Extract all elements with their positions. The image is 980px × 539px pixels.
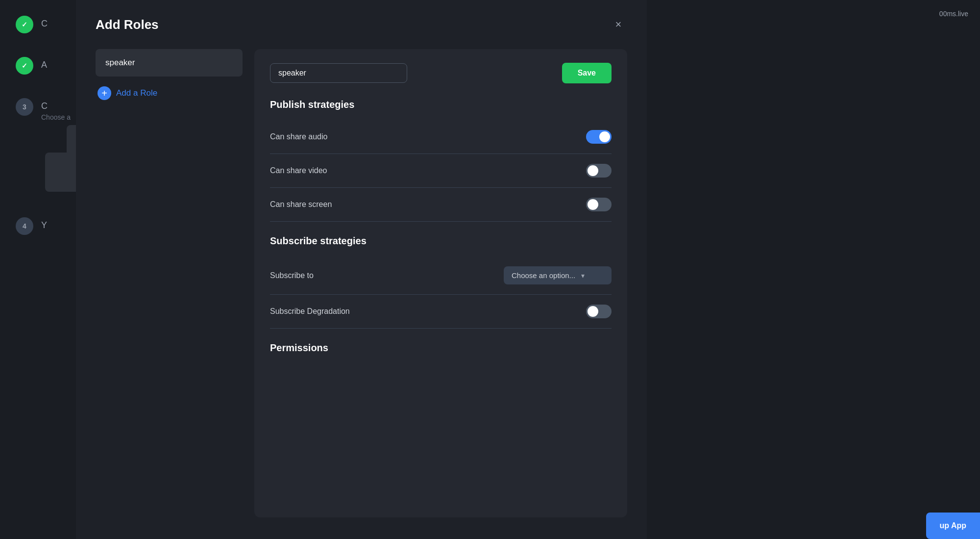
subscribe-strategies-title: Subscribe strategies xyxy=(270,235,612,247)
modal-close-button[interactable]: × xyxy=(610,16,627,33)
publish-strategies-section: Publish strategies Can share audio Can s… xyxy=(270,99,612,222)
modal-header: Add Roles × xyxy=(96,16,627,33)
subscribe-to-value: Choose an option... xyxy=(512,271,575,280)
subscribe-to-dropdown[interactable]: Choose an option... ▾ xyxy=(504,266,612,284)
role-name-input[interactable] xyxy=(270,63,407,83)
role-panel-header: Save xyxy=(270,63,612,83)
chevron-down-icon: ▾ xyxy=(581,272,585,280)
role-panel: Save Publish strategies Can share audio xyxy=(254,49,627,517)
add-role-button[interactable]: + Add a Role xyxy=(96,82,159,104)
modal-title: Add Roles xyxy=(96,17,159,32)
step-4-label: Y xyxy=(41,220,47,231)
domain-label: 00ms.live xyxy=(939,10,968,18)
subscribe-to-row: Subscribe to Choose an option... ▾ xyxy=(270,257,612,295)
add-roles-modal: Add Roles × speaker + Add a Role Save xyxy=(76,0,647,539)
can-share-screen-toggle[interactable] xyxy=(586,198,612,211)
can-share-screen-row: Can share screen xyxy=(270,188,612,222)
role-item-label: speaker xyxy=(105,58,135,67)
step-3-circle: 3 xyxy=(16,98,33,116)
can-share-audio-toggle[interactable] xyxy=(586,130,612,144)
subscribe-to-label: Subscribe to xyxy=(270,271,314,280)
subscribe-degradation-toggle[interactable] xyxy=(586,305,612,318)
top-bar: 00ms.live xyxy=(928,0,980,27)
subscribe-degradation-label: Subscribe Degradation xyxy=(270,307,350,316)
roles-sidebar: speaker + Add a Role xyxy=(96,49,243,517)
step-1-label: C xyxy=(41,19,48,29)
can-share-audio-label: Can share audio xyxy=(270,132,327,141)
can-share-video-toggle[interactable] xyxy=(586,164,612,178)
can-share-screen-label: Can share screen xyxy=(270,200,332,209)
close-icon: × xyxy=(615,18,622,31)
step-4-circle: 4 xyxy=(16,217,33,235)
can-share-video-row: Can share video xyxy=(270,154,612,188)
can-share-video-thumb xyxy=(588,165,598,176)
launch-app-label: up App xyxy=(940,521,967,530)
role-item-speaker[interactable]: speaker xyxy=(96,49,243,77)
can-share-video-label: Can share video xyxy=(270,166,327,175)
can-share-audio-thumb xyxy=(599,131,610,142)
can-share-screen-thumb xyxy=(588,199,598,210)
subscribe-degradation-thumb xyxy=(588,306,598,317)
launch-app-button[interactable]: up App xyxy=(926,513,980,539)
subscribe-strategies-section: Subscribe strategies Subscribe to Choose… xyxy=(270,235,612,329)
publish-strategies-title: Publish strategies xyxy=(270,99,612,110)
step-2-circle: ✓ xyxy=(16,57,33,75)
modal-body: speaker + Add a Role Save Publish strate… xyxy=(96,49,627,517)
can-share-audio-row: Can share audio xyxy=(270,120,612,154)
permissions-title: Permissions xyxy=(270,342,612,354)
save-label: Save xyxy=(578,69,596,77)
permissions-section: Permissions xyxy=(270,342,612,354)
step-2-label: A xyxy=(41,60,47,70)
step-1-circle: ✓ xyxy=(16,16,33,33)
add-role-icon: + xyxy=(98,86,111,100)
launch-app-area: up App xyxy=(926,513,980,539)
subscribe-degradation-row: Subscribe Degradation xyxy=(270,295,612,329)
save-button[interactable]: Save xyxy=(562,63,612,83)
add-role-label: Add a Role xyxy=(116,88,157,98)
